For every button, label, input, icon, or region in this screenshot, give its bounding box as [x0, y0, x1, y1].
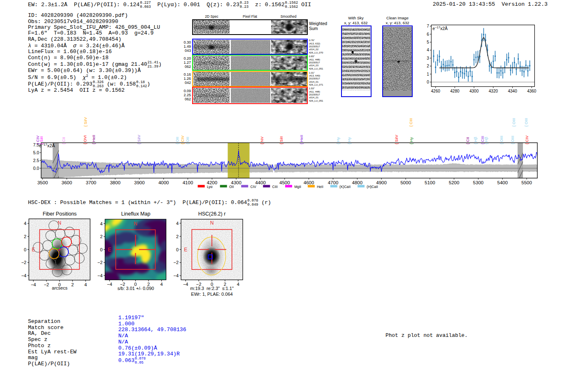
svg-text:2: 2: [176, 234, 179, 239]
svg-text:4340: 4340: [508, 89, 517, 93]
svg-text:3800: 3800: [110, 180, 121, 185]
svg-text:4: 4: [24, 221, 26, 226]
svg-text:3700: 3700: [86, 180, 96, 185]
svg-text:N: N: [210, 220, 214, 226]
svg-text:{ SiIV: { SiIV: [394, 135, 399, 144]
svg-text:{ SiIV: { SiIV: [83, 117, 88, 127]
svg-text:5200: 5200: [449, 180, 460, 185]
svg-text:{ HeII: { HeII: [91, 135, 96, 144]
svg-text:3500: 3500: [37, 180, 48, 185]
svg-text:5: 5: [427, 40, 429, 44]
svg-text:4700: 4700: [328, 180, 339, 185]
svg-text:{ Hβ: { Hβ: [484, 137, 488, 144]
svg-text:{ CIII: { CIII: [409, 118, 413, 127]
svg-text:5300: 5300: [473, 180, 484, 185]
svg-text:{ CII: { CII: [61, 137, 66, 144]
svg-text:{ OIII: { OIII: [510, 136, 515, 144]
svg-text:5400: 5400: [497, 180, 508, 185]
svg-text:HeII: HeII: [317, 185, 323, 189]
svg-text:E: E: [108, 247, 111, 253]
svg-text:{ Hy: { Hy: [409, 137, 413, 144]
svg-text:4800: 4800: [352, 180, 363, 185]
svg-text:{ Hβ: { Hβ: [473, 137, 478, 144]
svg-text:−2: −2: [21, 260, 27, 265]
svg-text:{ CIV: { CIV: [525, 135, 529, 144]
svg-text:E: E: [184, 247, 187, 253]
svg-text:{ SiII: { SiII: [39, 136, 44, 144]
svg-text:4500: 4500: [279, 180, 290, 185]
svg-text:0: 0: [24, 247, 26, 252]
svg-text:4: 4: [427, 48, 429, 52]
svg-text:{ HeII: { HeII: [299, 135, 304, 144]
svg-text:2: 2: [100, 234, 102, 239]
svg-text:5500: 5500: [521, 180, 532, 185]
svg-text:0.0: 0.0: [33, 166, 39, 171]
svg-text:Lyα: Lyα: [207, 185, 213, 189]
svg-text:{ CII: { CII: [465, 137, 470, 144]
svg-text:−2: −2: [173, 260, 179, 265]
svg-text:5100: 5100: [425, 180, 435, 185]
svg-text:{ OIII: { OIII: [524, 118, 528, 127]
svg-text:4200: 4200: [207, 180, 218, 185]
svg-text:OII: OII: [229, 185, 234, 189]
svg-text:{ OVI: { OVI: [83, 135, 87, 144]
svg-text:(H)CaII: (H)CaII: [367, 185, 378, 189]
svg-text:{ CIV: { CIV: [180, 135, 185, 144]
svg-text:4260: 4260: [431, 89, 441, 93]
svg-text:4600: 4600: [304, 180, 314, 185]
svg-text:N: N: [58, 220, 61, 226]
svg-text:CIV: CIV: [251, 185, 257, 189]
svg-text:2: 2: [427, 64, 429, 68]
svg-text:2: 2: [24, 234, 26, 239]
svg-text:MgII: MgII: [294, 185, 301, 189]
svg-text:4100: 4100: [183, 180, 193, 185]
svg-text:4400: 4400: [255, 180, 266, 185]
svg-text:3900: 3900: [134, 180, 145, 185]
svg-text:0: 0: [100, 247, 102, 252]
svg-text:4280: 4280: [450, 89, 460, 93]
svg-text:−4: −4: [98, 273, 103, 278]
svg-text:{ OIII: { OIII: [499, 136, 504, 144]
svg-text:6: 6: [427, 32, 429, 37]
svg-text:4300: 4300: [231, 180, 242, 185]
svg-text:3: 3: [427, 56, 429, 60]
svg-text:(K)CaII: (K)CaII: [339, 185, 351, 189]
svg-text:3600: 3600: [62, 180, 72, 185]
svg-text:4360: 4360: [527, 89, 537, 93]
svg-text:4: 4: [176, 221, 179, 226]
svg-text:−4: −4: [21, 273, 27, 278]
svg-text:7: 7: [427, 24, 429, 28]
svg-text:1: 1: [427, 72, 429, 77]
svg-text:{ Hy: { Hy: [347, 137, 351, 144]
svg-text:{ NV: { NV: [260, 136, 264, 144]
svg-text:{ OII: { OII: [175, 137, 179, 144]
svg-text:5000: 5000: [400, 180, 411, 185]
svg-text:4: 4: [100, 221, 102, 226]
svg-text:2.5: 2.5: [33, 158, 39, 163]
svg-text:E: E: [32, 247, 35, 253]
svg-text:4320: 4320: [489, 89, 498, 93]
svg-text:{ OII: { OII: [185, 137, 190, 144]
svg-text:4300: 4300: [469, 89, 479, 93]
svg-text:CIII: CIII: [272, 185, 278, 189]
svg-text:e−17x2Å: e−17x2Å: [432, 25, 448, 31]
svg-text:5.0: 5.0: [33, 150, 39, 155]
svg-text:{ OIII: { OIII: [511, 118, 516, 127]
svg-text:0: 0: [176, 247, 179, 252]
svg-text:−4: −4: [173, 273, 179, 278]
svg-text:{ SiIV: { SiIV: [137, 135, 141, 144]
svg-text:4900: 4900: [376, 180, 387, 185]
svg-text:−2: −2: [98, 260, 103, 265]
svg-text:4000: 4000: [158, 180, 169, 185]
svg-text:{ Hy: { Hy: [336, 137, 340, 144]
svg-text:0: 0: [427, 80, 429, 84]
svg-text:N: N: [134, 221, 137, 227]
svg-text:{ SiII: { SiII: [279, 136, 283, 144]
